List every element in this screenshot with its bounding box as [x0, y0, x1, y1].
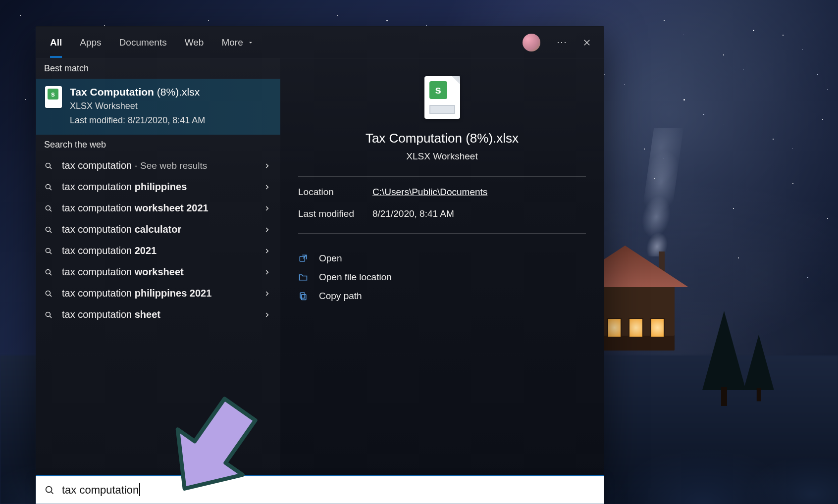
svg-point-7 — [46, 312, 50, 316]
web-suggestion-text: tax computation worksheet 2021 — [62, 202, 209, 214]
chevron-right-icon — [263, 246, 270, 256]
search-icon — [44, 161, 53, 170]
preview-panel: Tax Computation (8%).xlsx XLSX Worksheet… — [280, 58, 604, 475]
xlsx-file-icon-large — [424, 76, 460, 119]
svg-point-2 — [46, 205, 50, 210]
modified-label: Last modified — [298, 208, 372, 219]
annotation-arrow — [149, 396, 277, 500]
close-icon — [582, 38, 591, 47]
web-suggestion-text: tax computation worksheet — [62, 266, 184, 278]
svg-point-6 — [46, 291, 50, 295]
search-input[interactable]: tax computation — [36, 476, 604, 504]
copy-path-action[interactable]: Copy path — [298, 287, 586, 305]
filter-tabs: All Apps Documents Web More — [41, 27, 263, 58]
svg-point-3 — [46, 227, 50, 231]
tab-apps-label: Apps — [80, 37, 101, 48]
tab-documents[interactable]: Documents — [110, 27, 176, 58]
tab-all[interactable]: All — [41, 27, 71, 58]
close-button[interactable] — [573, 32, 601, 53]
preview-actions: Open Open file location Copy path — [298, 249, 586, 305]
svg-rect-10 — [300, 293, 305, 298]
best-match-item[interactable]: Tax Computation (8%).xlsx XLSX Worksheet… — [36, 79, 280, 135]
best-match-modified-label: Last modified: — [70, 115, 128, 125]
preview-details: Location C:\Users\Public\Documents Last … — [298, 187, 586, 219]
tab-all-label: All — [50, 37, 62, 48]
search-icon — [44, 289, 53, 298]
web-suggestion[interactable]: tax computation philippines — [36, 176, 280, 198]
chevron-right-icon — [263, 161, 270, 171]
chevron-right-icon — [263, 225, 270, 235]
tab-web-label: Web — [185, 37, 204, 48]
open-icon — [298, 253, 308, 263]
svg-point-11 — [46, 486, 52, 492]
web-suggestion-text: tax computation philippines 2021 — [62, 288, 211, 299]
open-location-action-label: Open file location — [319, 272, 392, 283]
web-suggestion-text: tax computation - See web results — [62, 160, 207, 171]
preview-title: Tax Computation (8%).xlsx — [366, 131, 519, 146]
search-icon — [44, 204, 53, 213]
chevron-right-icon — [263, 310, 270, 320]
chevron-down-icon — [247, 39, 254, 46]
search-icon — [44, 247, 53, 255]
svg-marker-12 — [152, 396, 272, 500]
preview-type: XLSX Worksheet — [406, 151, 477, 162]
chevron-right-icon — [263, 203, 270, 213]
best-match-title-rest: (8%).xlsx — [154, 86, 200, 98]
web-suggestion[interactable]: tax computation worksheet 2021 — [36, 198, 280, 219]
web-suggestion[interactable]: tax computation - See web results — [36, 155, 280, 176]
search-web-label: Search the web — [36, 135, 280, 155]
windows-search-flyout: All Apps Documents Web More ··· Best mat… — [36, 26, 604, 476]
web-suggestion[interactable]: tax computation philippines 2021 — [36, 283, 280, 304]
web-suggestion[interactable]: tax computation worksheet — [36, 261, 280, 283]
modified-value: 8/21/2020, 8:41 AM — [372, 208, 586, 219]
web-suggestion-text: tax computation calculator — [62, 224, 181, 235]
open-action-label: Open — [319, 253, 342, 264]
chevron-right-icon — [263, 289, 270, 299]
open-action[interactable]: Open — [298, 249, 586, 268]
tab-apps[interactable]: Apps — [71, 27, 110, 58]
search-icon — [44, 310, 53, 319]
location-label: Location — [298, 187, 372, 198]
web-suggestion-text: tax computation 2021 — [62, 245, 157, 256]
search-icon — [44, 225, 53, 234]
svg-rect-9 — [302, 295, 306, 300]
tab-web[interactable]: Web — [176, 27, 213, 58]
search-top-bar: All Apps Documents Web More ··· — [36, 27, 604, 58]
svg-point-1 — [46, 184, 50, 189]
tab-more-label: More — [221, 37, 243, 48]
web-suggestion-text: tax computation philippines — [62, 181, 187, 193]
search-icon — [44, 183, 53, 192]
search-query-text: tax computation — [62, 483, 141, 497]
tab-more[interactable]: More — [212, 27, 262, 58]
web-suggestion[interactable]: tax computation sheet — [36, 304, 280, 325]
web-suggestion-list: tax computation - See web resultstax com… — [36, 155, 280, 325]
best-match-type: XLSX Worksheet — [70, 101, 205, 111]
chevron-right-icon — [263, 267, 270, 277]
folder-icon — [298, 272, 308, 282]
search-icon — [44, 485, 55, 496]
location-link[interactable]: C:\Users\Public\Documents — [372, 187, 586, 198]
user-avatar[interactable] — [523, 34, 540, 51]
chevron-right-icon — [263, 182, 270, 192]
svg-point-5 — [46, 269, 50, 274]
copy-path-action-label: Copy path — [319, 291, 362, 302]
best-match-text: Tax Computation (8%).xlsx XLSX Worksheet… — [70, 86, 205, 126]
xlsx-file-icon — [45, 86, 62, 108]
web-suggestion-text: tax computation sheet — [62, 309, 160, 320]
web-suggestion[interactable]: tax computation 2021 — [36, 240, 280, 261]
copy-icon — [298, 291, 308, 301]
svg-point-4 — [46, 248, 50, 252]
search-icon — [44, 268, 53, 277]
best-match-modified-value: 8/21/2020, 8:41 AM — [128, 115, 205, 125]
tab-documents-label: Documents — [119, 37, 167, 48]
web-suggestion[interactable]: tax computation calculator — [36, 219, 280, 240]
best-match-label: Best match — [36, 58, 280, 79]
best-match-title-bold: Tax Computation — [70, 86, 154, 98]
open-location-action[interactable]: Open file location — [298, 268, 586, 287]
options-button[interactable]: ··· — [551, 32, 573, 53]
svg-point-0 — [46, 163, 50, 167]
